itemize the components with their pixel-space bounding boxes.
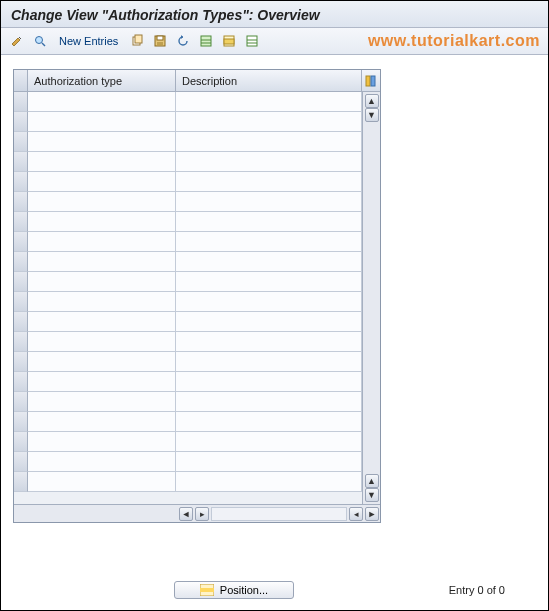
svg-rect-11 xyxy=(224,39,234,44)
save-icon[interactable] xyxy=(150,31,170,51)
cell-auth-type[interactable] xyxy=(28,472,176,492)
cell-description[interactable] xyxy=(176,272,362,292)
row-selector[interactable] xyxy=(14,112,28,132)
undo-change-icon[interactable] xyxy=(173,31,193,51)
cell-auth-type[interactable] xyxy=(28,172,176,192)
row-selector[interactable] xyxy=(14,432,28,452)
select-block-icon[interactable] xyxy=(219,31,239,51)
cell-auth-type[interactable] xyxy=(28,292,176,312)
scroll-left-icon[interactable]: ▸ xyxy=(195,507,209,521)
cell-description[interactable] xyxy=(176,352,362,372)
cell-auth-type[interactable] xyxy=(28,192,176,212)
row-selector[interactable] xyxy=(14,452,28,472)
row-selector[interactable] xyxy=(14,192,28,212)
svg-rect-18 xyxy=(200,588,214,592)
row-selector[interactable] xyxy=(14,412,28,432)
cell-auth-type[interactable] xyxy=(28,272,176,292)
new-entries-button[interactable]: New Entries xyxy=(53,31,124,51)
page-title: Change View "Authorization Types": Overv… xyxy=(11,7,320,23)
table-control: Authorization type Description ▲ ▼ ▲ ▼ ◄… xyxy=(13,69,381,523)
toggle-display-change-icon[interactable] xyxy=(7,31,27,51)
cell-description[interactable] xyxy=(176,332,362,352)
scroll-left-first-icon[interactable]: ◄ xyxy=(179,507,193,521)
scroll-up-icon[interactable]: ▲ xyxy=(365,94,379,108)
cell-auth-type[interactable] xyxy=(28,352,176,372)
toolbar: New Entries www.tutorialkart.com xyxy=(1,28,548,55)
table-row xyxy=(14,372,362,392)
cell-auth-type[interactable] xyxy=(28,412,176,432)
row-selector[interactable] xyxy=(14,252,28,272)
table-row xyxy=(14,132,362,152)
cell-auth-type[interactable] xyxy=(28,252,176,272)
scroll-up-small-icon[interactable]: ▲ xyxy=(365,474,379,488)
table-row xyxy=(14,472,362,492)
row-selector[interactable] xyxy=(14,332,28,352)
cell-description[interactable] xyxy=(176,432,362,452)
svg-rect-12 xyxy=(247,36,257,46)
cell-auth-type[interactable] xyxy=(28,432,176,452)
svg-point-0 xyxy=(36,37,43,44)
cell-description[interactable] xyxy=(176,112,362,132)
cell-description[interactable] xyxy=(176,92,362,112)
row-selector-header[interactable] xyxy=(14,70,28,91)
cell-description[interactable] xyxy=(176,192,362,212)
scroll-right-last-icon[interactable]: ► xyxy=(365,507,379,521)
cell-description[interactable] xyxy=(176,132,362,152)
cell-auth-type[interactable] xyxy=(28,452,176,472)
cell-auth-type[interactable] xyxy=(28,212,176,232)
title-bar: Change View "Authorization Types": Overv… xyxy=(1,1,548,28)
svg-rect-5 xyxy=(157,36,163,40)
cell-description[interactable] xyxy=(176,372,362,392)
cell-auth-type[interactable] xyxy=(28,372,176,392)
cell-description[interactable] xyxy=(176,452,362,472)
scroll-down-icon[interactable]: ▼ xyxy=(365,488,379,502)
row-selector[interactable] xyxy=(14,212,28,232)
hscroll-track[interactable] xyxy=(211,507,347,521)
cell-description[interactable] xyxy=(176,232,362,252)
cell-description[interactable] xyxy=(176,252,362,272)
cell-auth-type[interactable] xyxy=(28,112,176,132)
cell-auth-type[interactable] xyxy=(28,312,176,332)
row-selector[interactable] xyxy=(14,152,28,172)
column-header-auth-type[interactable]: Authorization type xyxy=(28,70,176,91)
cell-auth-type[interactable] xyxy=(28,232,176,252)
row-selector[interactable] xyxy=(14,392,28,412)
table-row xyxy=(14,292,362,312)
scroll-down-small-icon[interactable]: ▼ xyxy=(365,108,379,122)
row-selector[interactable] xyxy=(14,172,28,192)
cell-description[interactable] xyxy=(176,312,362,332)
cell-description[interactable] xyxy=(176,292,362,312)
row-selector[interactable] xyxy=(14,272,28,292)
cell-description[interactable] xyxy=(176,392,362,412)
horizontal-scrollbar[interactable]: ◄ ▸ ◂ ► xyxy=(14,504,380,522)
cell-description[interactable] xyxy=(176,212,362,232)
row-selector[interactable] xyxy=(14,472,28,492)
row-selector[interactable] xyxy=(14,352,28,372)
cell-description[interactable] xyxy=(176,472,362,492)
scroll-right-icon[interactable]: ◂ xyxy=(349,507,363,521)
deselect-all-icon[interactable] xyxy=(242,31,262,51)
cell-description[interactable] xyxy=(176,172,362,192)
table-settings-icon[interactable] xyxy=(362,70,380,91)
row-selector[interactable] xyxy=(14,292,28,312)
cell-auth-type[interactable] xyxy=(28,132,176,152)
cell-auth-type[interactable] xyxy=(28,152,176,172)
select-all-icon[interactable] xyxy=(196,31,216,51)
copy-as-icon[interactable] xyxy=(127,31,147,51)
cell-description[interactable] xyxy=(176,152,362,172)
cell-description[interactable] xyxy=(176,412,362,432)
row-selector[interactable] xyxy=(14,232,28,252)
table-row xyxy=(14,272,362,292)
cell-auth-type[interactable] xyxy=(28,392,176,412)
row-selector[interactable] xyxy=(14,92,28,112)
row-selector[interactable] xyxy=(14,312,28,332)
cell-auth-type[interactable] xyxy=(28,332,176,352)
row-selector[interactable] xyxy=(14,372,28,392)
row-selector[interactable] xyxy=(14,132,28,152)
find-icon[interactable] xyxy=(30,31,50,51)
cell-auth-type[interactable] xyxy=(28,92,176,112)
position-button[interactable]: Position... xyxy=(174,581,294,599)
vertical-scrollbar[interactable]: ▲ ▼ ▲ ▼ xyxy=(362,92,380,504)
table-row xyxy=(14,172,362,192)
column-header-description[interactable]: Description xyxy=(176,70,362,91)
